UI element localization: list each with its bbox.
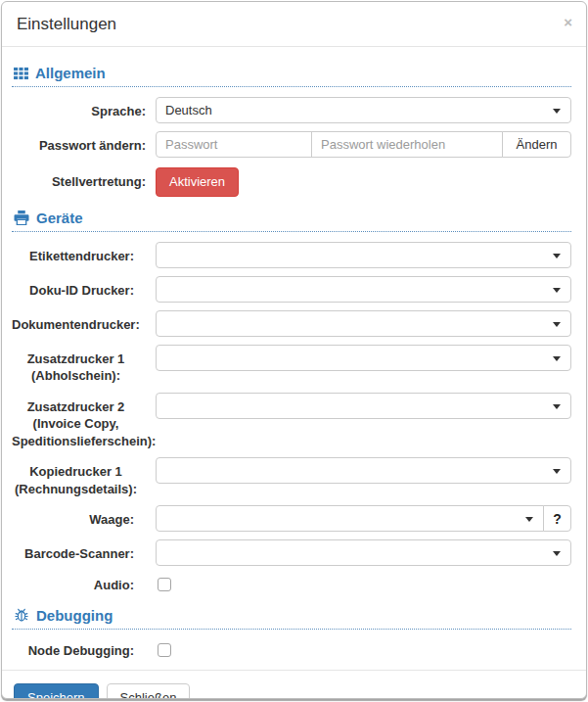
grid-icon xyxy=(14,67,28,80)
barcode-scanner-label: Barcode-Scanner: xyxy=(12,539,156,563)
dialog-header: Einstellungen × xyxy=(2,2,586,47)
dokumentendrucker-label: Dokumentendrucker: xyxy=(12,310,156,334)
chevron-down-icon xyxy=(553,322,561,327)
waage-label: Waage: xyxy=(12,505,156,529)
zusatzdrucker-1-label: Zusatzdrucker 1 (Abholschein): xyxy=(12,345,156,385)
row-passwort: Passwort ändern: Ändern xyxy=(12,131,571,158)
node-debugging-checkbox[interactable] xyxy=(158,643,171,657)
dialog-footer: Speichern Schließen xyxy=(2,670,586,699)
stellvertretung-label: Stellvertretung: xyxy=(12,167,156,191)
dialog-title: Einstellungen xyxy=(17,15,116,33)
save-button[interactable]: Speichern xyxy=(14,683,99,699)
chevron-down-icon xyxy=(553,551,561,556)
row-zusatzdrucker-2: Zusatzdrucker 2 (Invoice Copy, Spedition… xyxy=(12,393,571,450)
row-kopiedrucker-1: Kopiedrucker 1 (Rechnungsdetails): xyxy=(12,457,571,497)
sprache-label: Sprache: xyxy=(12,97,156,120)
close-button[interactable]: Schließen xyxy=(107,683,191,699)
settings-dialog: Einstellungen × Allgemein Sprache: xyxy=(1,1,587,699)
password-field[interactable] xyxy=(156,131,312,158)
node-debugging-label: Node Debugging: xyxy=(12,639,156,660)
activate-substitute-button[interactable]: Aktivieren xyxy=(156,167,239,197)
section-title-debugging: Debugging xyxy=(36,607,113,624)
change-password-button[interactable]: Ändern xyxy=(502,131,571,158)
section-title-geraete: Geräte xyxy=(36,210,83,226)
section-header-debugging: Debugging xyxy=(12,607,571,630)
kopiedrucker-1-select[interactable] xyxy=(156,457,571,484)
zusatzdrucker-2-label: Zusatzdrucker 2 (Invoice Copy, Spedition… xyxy=(12,393,156,450)
row-dokumentendrucker: Dokumentendrucker: xyxy=(12,310,571,337)
kopiedrucker-1-label: Kopiedrucker 1 (Rechnungsdetails): xyxy=(12,457,156,497)
row-zusatzdrucker-1: Zusatzdrucker 1 (Abholschein): xyxy=(12,345,571,385)
password-repeat-field[interactable] xyxy=(311,131,503,158)
row-doku-id-drucker: Doku-ID Drucker: xyxy=(12,276,571,303)
etikettendrucker-label: Etikettendrucker: xyxy=(12,242,156,265)
chevron-down-icon xyxy=(525,517,533,522)
etikettendrucker-select[interactable] xyxy=(156,242,571,268)
section-header-allgemein: Allgemein xyxy=(12,65,571,87)
row-etikettendrucker: Etikettendrucker: xyxy=(12,242,571,268)
audio-checkbox[interactable] xyxy=(158,578,171,591)
row-stellvertretung: Stellvertretung: Aktivieren xyxy=(12,167,571,197)
barcode-scanner-select[interactable] xyxy=(156,539,571,566)
zusatzdrucker-2-select[interactable] xyxy=(156,393,571,419)
row-barcode-scanner: Barcode-Scanner: xyxy=(12,539,571,566)
doku-id-drucker-select[interactable] xyxy=(156,276,571,303)
section-header-geraete: Geräte xyxy=(12,210,571,232)
waage-help-button[interactable]: ? xyxy=(543,505,571,532)
password-input-group: Ändern xyxy=(156,131,571,158)
sprache-selected-value: Deutsch xyxy=(165,103,212,117)
waage-select[interactable] xyxy=(156,505,544,532)
row-node-debugging: Node Debugging: xyxy=(12,639,571,660)
chevron-down-icon xyxy=(553,254,561,258)
passwort-label: Passwort ändern: xyxy=(12,131,156,155)
zusatzdrucker-1-select[interactable] xyxy=(156,345,571,371)
dokumentendrucker-select[interactable] xyxy=(156,310,571,337)
dialog-body: Allgemein Sprache: Deutsch Passwort ände… xyxy=(2,47,586,670)
chevron-down-icon xyxy=(553,404,561,409)
doku-id-drucker-label: Doku-ID Drucker: xyxy=(12,276,156,300)
close-icon[interactable]: × xyxy=(564,15,572,29)
row-sprache: Sprache: Deutsch xyxy=(12,97,571,123)
audio-label: Audio: xyxy=(12,574,156,594)
printer-icon xyxy=(14,211,29,225)
row-audio: Audio: xyxy=(12,574,571,594)
chevron-down-icon xyxy=(553,109,561,114)
chevron-down-icon xyxy=(553,469,561,474)
chevron-down-icon xyxy=(553,288,561,293)
bug-icon xyxy=(14,607,29,623)
sprache-select[interactable]: Deutsch xyxy=(156,97,571,123)
section-title-allgemein: Allgemein xyxy=(35,65,106,81)
chevron-down-icon xyxy=(553,356,561,361)
row-waage: Waage: ? xyxy=(12,505,571,532)
